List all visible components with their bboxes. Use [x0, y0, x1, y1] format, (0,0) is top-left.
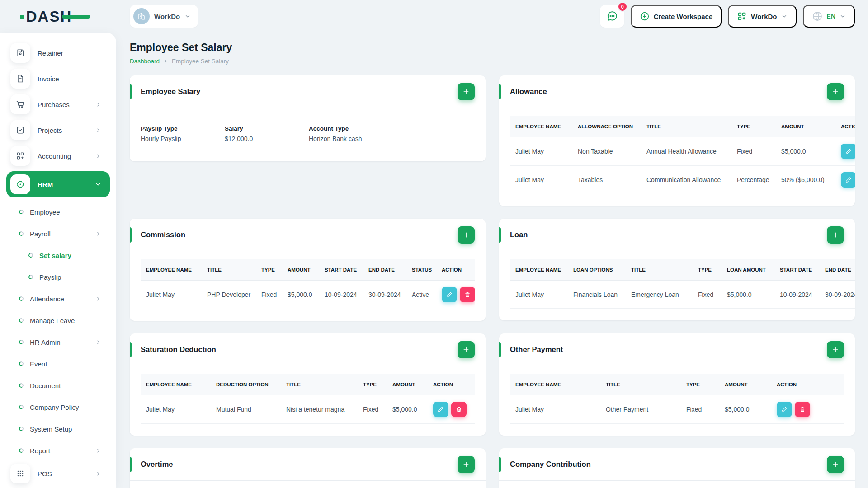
retainer-save-icon: [10, 43, 30, 63]
sidebar-item-employee[interactable]: Employee: [0, 203, 116, 221]
breadcrumb: Dashboard Employee Set Salary: [130, 58, 855, 65]
sidebar-item-event[interactable]: Event: [0, 355, 116, 373]
bullet-icon: [19, 296, 24, 302]
breadcrumb-dashboard-link[interactable]: Dashboard: [130, 58, 160, 65]
bullet-icon: [19, 404, 24, 410]
delete-button[interactable]: [451, 402, 467, 417]
workspace-selector[interactable]: WorkDo: [130, 5, 198, 28]
sidebar-item-payroll[interactable]: Payroll: [0, 225, 116, 243]
bullet-icon: [19, 448, 24, 454]
sidebar-item-hr-admin[interactable]: HR Admin: [0, 333, 116, 351]
topbar-actions: 0 Create Workspace WorkDo EN: [600, 5, 868, 28]
sidebar-item-label: Attendance: [30, 295, 64, 303]
card-title: Loan: [510, 230, 528, 239]
add-overtime-button[interactable]: [458, 456, 475, 473]
invoice-file-icon: [10, 69, 30, 89]
bullet-icon: [19, 209, 24, 215]
edit-button[interactable]: [841, 144, 855, 159]
employee-salary-fields: Payslip Type Hourly Payslip Salary $12,0…: [130, 108, 486, 161]
sidebar-item-attendance[interactable]: Attendance: [0, 290, 116, 308]
sidebar-item-company-policy[interactable]: Company Policy: [0, 398, 116, 416]
plus-icon: [462, 346, 470, 353]
card-title: Company Contribution: [510, 460, 591, 469]
sidebar-item-label: HR Admin: [30, 338, 61, 346]
plus-icon: [462, 231, 470, 239]
page-title: Employee Set Salary: [130, 42, 855, 54]
sidebar-item-hrm[interactable]: HRM: [6, 171, 110, 197]
table-row: Juliet May Financials Loan Emergency Loa…: [510, 281, 855, 309]
plus-icon: [462, 461, 470, 468]
sidebar-item-pos[interactable]: POS: [0, 463, 116, 484]
sidebar-item-manage-leave[interactable]: Manage Leave: [0, 311, 116, 329]
pencil-icon: [438, 406, 444, 413]
create-workspace-button[interactable]: Create Workspace: [631, 5, 722, 28]
add-commission-button[interactable]: [458, 226, 475, 244]
breadcrumb-current: Employee Set Salary: [172, 58, 229, 65]
sidebar-item-label: Document: [30, 382, 61, 389]
loan-card: Loan EMPLOYEE NAME LOAN OPTIONS TITLE TY…: [499, 219, 855, 320]
chevron-right-icon: [95, 153, 101, 159]
sidebar-item-payslip[interactable]: Payslip: [0, 268, 116, 286]
pos-grid-dots-icon: [10, 464, 30, 483]
sidebar-item-label: POS: [38, 470, 52, 478]
edit-button[interactable]: [841, 172, 855, 188]
pencil-icon: [781, 406, 788, 413]
messages-icon: [606, 10, 618, 22]
card-title: Other Payment: [510, 345, 563, 354]
chevron-right-icon: [95, 296, 101, 302]
delete-button[interactable]: [460, 287, 475, 302]
sidebar-item-document[interactable]: Document: [0, 376, 116, 394]
allowance-table: EMPLOYEE NAME ALLOWNACE OPTION TITLE TYP…: [510, 116, 855, 194]
pencil-icon: [845, 177, 852, 183]
add-other-payment-button[interactable]: [827, 341, 844, 358]
sidebar-item-accounting[interactable]: Accounting: [0, 145, 116, 166]
plus-icon: [832, 88, 839, 95]
chevron-down-icon: [781, 13, 788, 19]
messages-button[interactable]: 0: [600, 5, 624, 28]
sidebar-item-label: Company Policy: [30, 404, 79, 411]
plus-icon: [462, 88, 470, 95]
sidebar-item-label: System Setup: [30, 425, 72, 433]
card-title: Commission: [141, 230, 185, 239]
chevron-right-icon: [95, 471, 101, 477]
sidebar-item-retainer[interactable]: Retainer: [0, 42, 116, 63]
edit-button[interactable]: [433, 402, 448, 417]
add-allowance-button[interactable]: [827, 83, 844, 100]
workspace-name: WorkDo: [154, 13, 180, 20]
app-switcher-button[interactable]: WorkDo: [728, 5, 796, 28]
chevron-right-icon: [95, 448, 101, 454]
sidebar-item-label: Manage Leave: [30, 317, 75, 324]
add-company-contribution-button[interactable]: [827, 456, 844, 473]
sidebar-item-label: Accounting: [38, 152, 71, 160]
edit-button[interactable]: [777, 402, 792, 417]
add-loan-button[interactable]: [827, 226, 844, 244]
chevron-down-icon: [184, 13, 191, 19]
create-workspace-label: Create Workspace: [654, 13, 713, 20]
language-selector[interactable]: EN: [803, 5, 855, 28]
sidebar-item-label: Purchases: [38, 101, 70, 108]
sidebar-item-purchases[interactable]: Purchases: [0, 94, 116, 115]
sidebar-item-invoice[interactable]: Invoice: [0, 68, 116, 89]
sidebar-item-set-salary[interactable]: Set salary: [0, 246, 116, 264]
brand-logo[interactable]: DASH: [26, 9, 90, 24]
language-code: EN: [827, 13, 835, 20]
add-saturation-deduction-button[interactable]: [458, 341, 475, 358]
edit-button[interactable]: [442, 287, 457, 302]
sidebar-item-system-setup[interactable]: System Setup: [0, 420, 116, 438]
table-row: Juliet May Non Taxable Annual Health All…: [510, 137, 855, 166]
bullet-icon: [28, 253, 34, 258]
saturation-deduction-card: Saturation Deduction EMPLOYEE NAME DEDUC…: [130, 333, 486, 436]
delete-button[interactable]: [795, 402, 810, 417]
add-employee-salary-button[interactable]: [458, 83, 475, 100]
sidebar-item-label: Report: [30, 447, 50, 455]
bullet-icon: [19, 339, 24, 345]
chevron-right-icon: [95, 102, 101, 108]
grid-plus-icon: [10, 146, 30, 166]
plus-icon: [832, 231, 839, 239]
other-payment-table: EMPLOYEE NAME TITLE TYPE AMOUNT ACTION J…: [510, 374, 844, 424]
company-contribution-card: Company Contribution: [499, 448, 855, 488]
sidebar-item-label: Invoice: [38, 75, 59, 83]
table-row: Juliet May Taxables Communication Allowa…: [510, 166, 855, 194]
sidebar-item-projects[interactable]: Projects: [0, 120, 116, 141]
sidebar-item-report[interactable]: Report: [0, 441, 116, 460]
